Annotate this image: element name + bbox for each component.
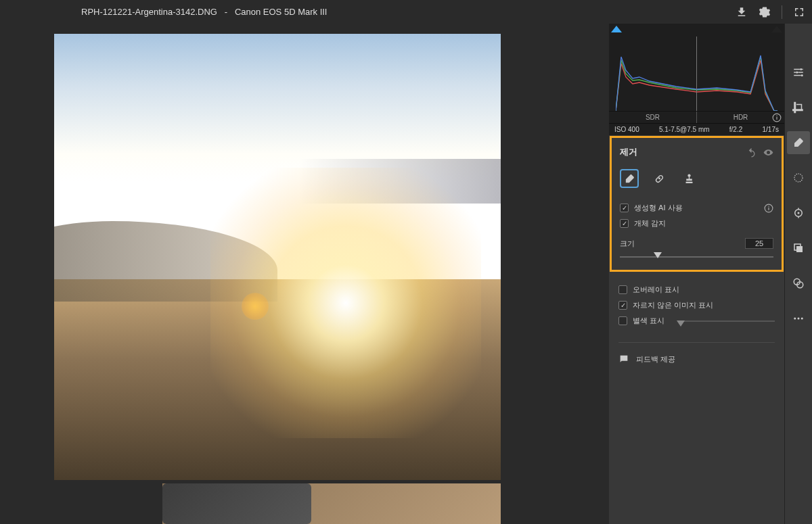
more-tool-button[interactable]: [787, 307, 810, 330]
download-icon[interactable]: [736, 6, 748, 18]
layers-tool-button[interactable]: [787, 237, 810, 260]
gen-ai-checkbox[interactable]: [620, 204, 629, 212]
overlay-checkbox[interactable]: [618, 285, 627, 294]
svg-rect-14: [796, 246, 803, 252]
clone-tool-button[interactable]: [679, 169, 698, 188]
bandage-icon: [654, 173, 665, 185]
feedback-label: 피드백 제공: [636, 354, 675, 364]
svg-point-18: [798, 318, 800, 320]
sdr-label: SDR: [609, 112, 697, 123]
exif-aperture: f/2.2: [729, 126, 742, 133]
info-icon[interactable]: [772, 113, 782, 122]
highlight-clip-indicator[interactable]: [611, 26, 622, 32]
properties-panel: SDR HDR ISO 400 5.1-7.5@7.5 mm f/2.2 1/1…: [609, 24, 785, 524]
mask-tool-button[interactable]: [787, 166, 810, 189]
size-input[interactable]: [745, 238, 773, 249]
heal-tool-button[interactable]: [650, 169, 669, 188]
histogram-range-labels: SDR HDR: [609, 112, 784, 124]
eraser-icon: [792, 137, 805, 149]
preset-icon: [792, 277, 805, 289]
exif-focal: 5.1-7.5@7.5 mm: [659, 126, 710, 133]
visualize-slider[interactable]: [678, 320, 775, 322]
camera-model: Canon EOS 5D Mark III: [235, 7, 328, 17]
feedback-row[interactable]: 피드백 제공: [618, 342, 775, 364]
svg-rect-6: [768, 206, 769, 206]
remove-panel: 제거 생성형 AI 사용: [610, 136, 784, 272]
topbar-actions: [736, 5, 805, 19]
document-title: RPH-121221-Argentina-3142.DNG - Canon EO…: [81, 7, 327, 17]
crop-icon: [792, 101, 805, 114]
svg-point-19: [801, 318, 803, 320]
hdr-label: HDR: [697, 112, 784, 123]
exif-iso: ISO 400: [614, 126, 639, 133]
eye-icon[interactable]: [763, 147, 773, 158]
svg-point-12: [798, 212, 800, 214]
undo-icon[interactable]: [746, 147, 757, 158]
svg-point-9: [801, 74, 803, 76]
right-tool-strip: [785, 24, 812, 524]
crop-tool-button[interactable]: [787, 96, 810, 119]
eraser-icon: [624, 173, 635, 185]
remove-tool-row: [620, 169, 773, 188]
panel-title: 제거: [620, 146, 637, 158]
svg-point-7: [800, 68, 802, 70]
uncropped-checkbox[interactable]: [618, 301, 627, 310]
redeye-icon: [792, 207, 805, 219]
mask-circle-icon: [792, 172, 805, 184]
more-icon: [792, 312, 805, 325]
layers-icon: [792, 242, 805, 254]
divider: [782, 5, 782, 19]
uncropped-label: 자르지 않은 이미지 표시: [633, 300, 713, 310]
sliders-tool-button[interactable]: [787, 61, 810, 84]
exif-shutter: 1/17s: [763, 126, 779, 133]
redeye-tool-button[interactable]: [787, 201, 810, 224]
visualize-label: 별색 표시: [633, 316, 664, 326]
exif-row: ISO 400 5.1-7.5@7.5 mm f/2.2 1/17s: [609, 124, 784, 135]
gear-icon[interactable]: [759, 6, 771, 18]
title-separator: -: [225, 7, 227, 17]
detect-label: 개체 감지: [634, 218, 666, 229]
size-slider[interactable]: [620, 252, 773, 262]
svg-rect-3: [776, 116, 777, 116]
svg-point-17: [794, 318, 796, 320]
shadow-clip-indicator[interactable]: [771, 26, 782, 32]
fullscreen-icon[interactable]: [793, 6, 805, 18]
sliders-icon: [792, 66, 805, 78]
preset-tool-button[interactable]: [787, 272, 810, 295]
view-options: 오버레이 표시 자르지 않은 이미지 표시 별색 표시 피드백 제공: [609, 272, 784, 377]
chat-icon: [618, 354, 629, 364]
canvas-area[interactable]: [0, 24, 609, 524]
gen-ai-label: 생성형 AI 사용: [634, 203, 683, 213]
remove-tool-button[interactable]: [787, 131, 810, 154]
top-bar: RPH-121221-Argentina-3142.DNG - Canon EO…: [0, 0, 812, 24]
eraser-tool-button[interactable]: [620, 169, 639, 188]
detect-checkbox[interactable]: [620, 219, 629, 228]
info-icon[interactable]: [764, 204, 773, 213]
filename: RPH-121221-Argentina-3142.DNG: [81, 7, 217, 17]
svg-point-10: [794, 174, 803, 182]
stamp-icon: [683, 173, 695, 185]
svg-point-8: [796, 72, 798, 74]
filmstrip-thumbnail[interactable]: [162, 483, 501, 524]
svg-rect-5: [768, 207, 769, 210]
histogram[interactable]: [609, 24, 784, 112]
size-label: 크기: [620, 239, 635, 249]
overlay-label: 오버레이 표시: [633, 285, 679, 295]
svg-rect-2: [776, 117, 777, 120]
main-preview-image[interactable]: [54, 34, 501, 480]
visualize-checkbox[interactable]: [618, 316, 627, 325]
